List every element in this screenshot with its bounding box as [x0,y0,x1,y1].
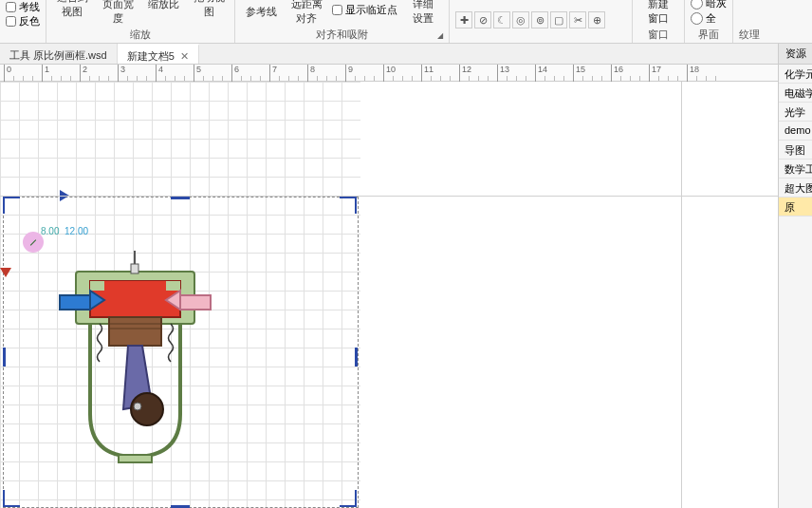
resource-item[interactable]: 超大图 [779,179,812,198]
resource-item[interactable]: 电磁学 [779,84,812,103]
tab-new-doc[interactable]: 新建文档5 ✕ [118,44,199,64]
workspace: 8.00 12.00 [0,82,778,508]
ribbon-group-interface: … 暗灰 全 界面 [685,0,733,43]
ribbon-group-shapes: ✚ ⊘ ☾ ◎ ⊚ ▢ ✂ ⊕ [450,0,633,43]
detail-settings-label: 详细 设置 [413,0,434,26]
svg-rect-4 [60,295,90,310]
ribbon-group-window: 🗔 新建 窗口 窗口 [633,0,685,43]
shape-ring-icon[interactable]: ⊚ [531,11,548,28]
ruler-tick: 9 [345,65,353,82]
pan-view-label: 拖动视图 [189,0,229,19]
svg-point-17 [134,403,141,410]
svg-rect-18 [119,455,152,462]
radio-other-label: 全 [706,11,716,26]
check-kxian[interactable]: 考线 [6,0,40,14]
coordinate-readout: 8.00 12.00 [41,226,88,236]
ruler-tick: 4 [156,65,163,82]
check-fanse-label: 反色 [19,14,40,28]
ruler-tick: 13 [497,65,509,82]
radio-dark[interactable]: 暗灰 [691,0,727,10]
check-kxian-label: 考线 [19,0,40,14]
shape-circle-slash-icon[interactable]: ⊘ [474,11,491,28]
guides-button[interactable]: ☷ 参考线 [241,0,281,19]
shape-palette: ✚ ⊘ ☾ ◎ ⊚ ▢ ✂ ⊕ [455,11,626,28]
resource-item[interactable]: 化学元 [779,65,812,84]
shape-plus2-icon[interactable]: ⊕ [588,11,605,28]
engine-diagram[interactable] [57,243,213,480]
shape-overlap-icon[interactable]: ◎ [512,11,529,28]
ruler-tick: 7 [269,65,277,82]
zoom-ratio-button[interactable]: 🔍 缩放比 [143,0,183,11]
tab-original-label: 工具 原比例画框.wsd [9,48,107,63]
ribbon-group-zoom: ⤢ 适合到 视图 ↔ 适合到 页面宽度 🔍 缩放比 ✋ 拖动视图 缩放 [46,0,235,43]
check-fanse[interactable]: 反色 [6,14,40,28]
document-tabbar: 工具 原比例画框.wsd 新建文档5 ✕ [0,44,812,65]
resource-panel: 资源 化学元电磁学光学demo导图数学工超大图原 [778,44,812,508]
resource-list: 化学元电磁学光学demo导图数学工超大图原 [779,65,812,216]
shape-box-icon[interactable]: ▢ [550,11,567,28]
shape-crescent-icon[interactable]: ☾ [493,11,510,28]
ruler-tick: 5 [194,65,201,82]
far-align-label: 远距离 对齐 [291,0,323,26]
ruler-tick: 1 [42,65,49,82]
texture-group-label: 纹理 [739,28,760,42]
shape-plus-icon[interactable]: ✚ [455,11,472,28]
check-partial-top[interactable]: … [332,0,397,1]
ribbon-group-texture: 纹理 [733,0,766,43]
resource-item[interactable]: 原 [779,198,812,216]
fit-width-button[interactable]: ↔ 适合到 页面宽度 [98,0,138,26]
ribbon-toolbar: 考线 反色 ⤢ 适合到 视图 ↔ 适合到 页面宽度 🔍 缩放比 ✋ 拖动视图 [0,0,812,44]
radio-dark-label: 暗灰 [706,0,727,10]
zoom-ratio-label: 缩放比 [148,0,179,11]
ruler-tick: 2 [80,65,87,82]
align-dialog-launcher[interactable]: ◢ [437,31,447,41]
tab-new-doc-label: 新建文档5 [127,49,175,64]
ruler-tick: 0 [4,65,11,82]
guides-label: 参考线 [246,5,277,19]
close-icon[interactable]: ✕ [180,50,189,63]
ruler-horizontal[interactable]: 0123456789101112131415161718 [0,65,812,82]
pan-view-button[interactable]: ✋ 拖动视图 [189,0,229,19]
ruler-tick: 3 [118,65,125,82]
ruler-tick: 8 [307,65,315,82]
check-show-near-label: 显示临近点 [345,3,397,17]
ruler-tick: 10 [383,65,396,82]
ruler-tick: 12 [459,65,471,82]
resource-item[interactable]: 光学 [779,103,812,122]
shape-cut-icon[interactable]: ✂ [569,11,586,28]
canvas-edge-line [681,82,682,508]
resource-panel-title: 资源 [779,44,812,65]
check-partial-top-label: … [345,0,356,1]
window-group-label: 窗口 [638,28,678,42]
coord-y: 12.00 [65,226,88,236]
fit-view-button[interactable]: ⤢ 适合到 视图 [52,0,92,19]
svg-rect-3 [104,281,166,291]
svg-rect-12 [109,317,161,346]
tab-original[interactable]: 工具 原比例画框.wsd [0,44,118,64]
canvas[interactable]: 8.00 12.00 [0,82,778,508]
resource-item[interactable]: 导图 [779,141,812,160]
ruler-tick: 18 [687,65,699,82]
ruler-tick: 17 [649,65,661,82]
detail-settings-button[interactable]: ⚙ 详细 设置 [403,0,443,26]
ruler-tick: 11 [421,65,434,82]
far-align-button[interactable]: ⇔ 远距离 对齐 [286,0,326,26]
radio-other[interactable]: 全 [691,11,727,26]
svg-rect-6 [180,295,211,310]
marker-arrow-red[interactable] [0,268,11,277]
new-window-button[interactable]: 🗔 新建 窗口 [638,0,678,26]
resource-item[interactable]: 数学工 [779,160,812,179]
ruler-tick: 16 [611,65,623,82]
ruler-tick: 14 [535,65,547,82]
guide-line-h [0,196,778,197]
ruler-tick: 15 [573,65,585,82]
fit-view-label: 适合到 视图 [57,0,88,19]
new-window-label: 新建 窗口 [648,0,669,26]
interface-group-label: 界面 [691,28,727,42]
ribbon-group-align: ☷ 参考线 ⇔ 远距离 对齐 … 显示临近点 ⚙ 详细 设置 对齐和吸附 ◢ [235,0,450,43]
resource-item[interactable]: demo [779,122,812,141]
svg-rect-9 [131,264,138,273]
zoom-group-label: 缩放 [52,28,229,42]
check-show-near[interactable]: 显示临近点 [332,3,397,17]
coord-x: 8.00 [41,226,59,236]
